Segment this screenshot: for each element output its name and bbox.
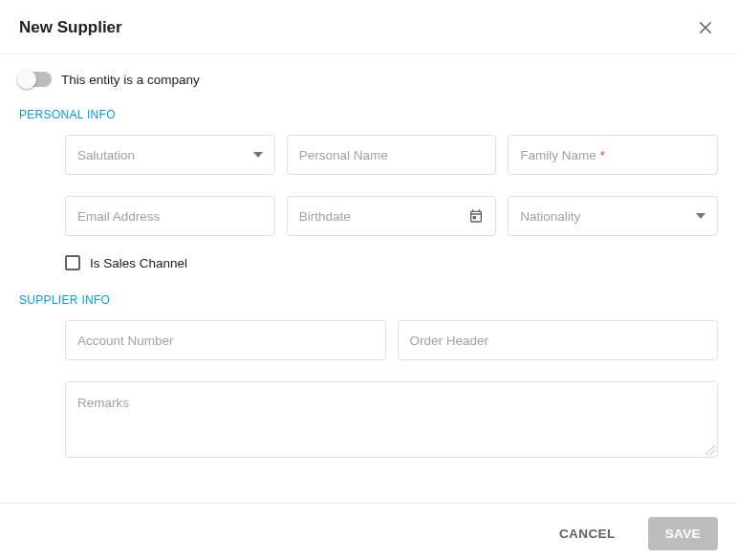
salutation-placeholder: Salutation [77, 148, 135, 162]
nationality-placeholder: Nationality [520, 209, 580, 224]
personal-info-grid: Salutation Personal Name Family Name * E… [19, 135, 718, 236]
sales-channel-label: Is Sales Channel [90, 256, 187, 270]
save-button[interactable]: SAVE [648, 517, 718, 550]
company-toggle-label: This entity is a company [61, 73, 200, 87]
calendar-icon [468, 208, 484, 224]
svg-line-2 [705, 445, 715, 455]
chevron-down-icon [696, 213, 705, 219]
family-name-field[interactable]: Family Name * [508, 135, 718, 175]
required-marker: * [600, 148, 605, 162]
account-number-field[interactable]: Account Number [65, 320, 386, 360]
email-field[interactable]: Email Address [65, 196, 275, 236]
supplier-info-grid-2: Remarks [19, 381, 718, 458]
section-label-personal: PERSONAL INFO [19, 108, 718, 121]
order-header-field[interactable]: Order Header [398, 320, 719, 360]
dialog-header: New Supplier [0, 0, 737, 54]
supplier-info-section: SUPPLIER INFO Account Number Order Heade… [19, 293, 718, 458]
remarks-textarea[interactable]: Remarks [65, 381, 718, 458]
company-toggle[interactable] [19, 72, 52, 87]
close-button[interactable] [693, 15, 718, 40]
salutation-select[interactable]: Salutation [65, 135, 275, 175]
sales-channel-row: Is Sales Channel [19, 255, 718, 270]
personal-name-placeholder: Personal Name [299, 148, 388, 162]
account-number-placeholder: Account Number [77, 334, 174, 348]
personal-info-section: PERSONAL INFO Salutation Personal Name F… [19, 108, 718, 270]
company-toggle-row: This entity is a company [19, 72, 718, 87]
dialog-body: This entity is a company PERSONAL INFO S… [0, 54, 737, 503]
svg-line-3 [710, 450, 715, 455]
chevron-down-icon [253, 152, 263, 158]
personal-name-field[interactable]: Personal Name [287, 135, 497, 175]
email-placeholder: Email Address [77, 209, 160, 224]
family-name-placeholder: Family Name [520, 148, 596, 162]
supplier-info-grid-1: Account Number Order Header [19, 320, 718, 360]
close-icon [697, 19, 714, 36]
section-label-supplier: SUPPLIER INFO [19, 293, 718, 307]
remarks-placeholder: Remarks [77, 396, 129, 410]
resize-handle-icon[interactable] [704, 443, 715, 455]
nationality-select[interactable]: Nationality [508, 196, 718, 236]
toggle-knob [17, 70, 36, 89]
order-header-placeholder: Order Header [410, 334, 489, 348]
new-supplier-dialog: New Supplier This entity is a company PE… [0, 0, 737, 560]
cancel-button[interactable]: CANCEL [542, 517, 633, 550]
sales-channel-checkbox[interactable] [65, 255, 80, 270]
birthdate-field[interactable]: Birthdate [287, 196, 497, 236]
dialog-title: New Supplier [19, 18, 122, 37]
birthdate-placeholder: Birthdate [299, 209, 351, 224]
dialog-footer: CANCEL SAVE [0, 503, 737, 560]
